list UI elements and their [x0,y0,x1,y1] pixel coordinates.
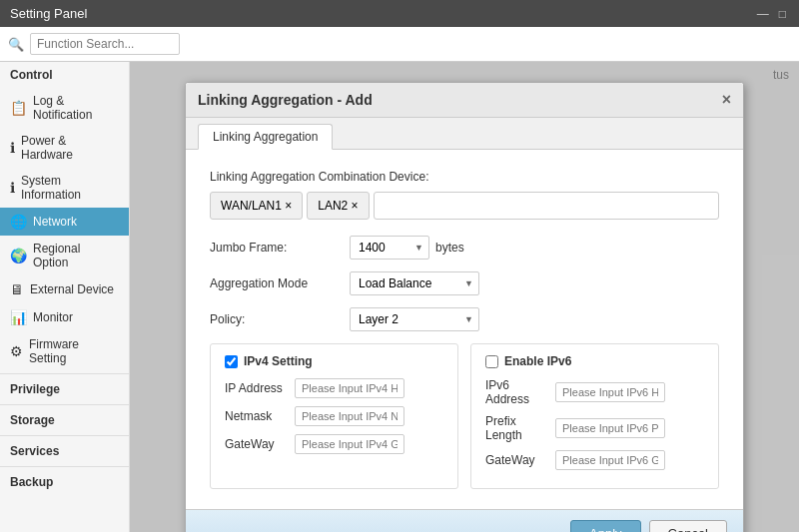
cancel-button[interactable]: Cancel [649,520,727,532]
sidebar-item-label: Firmware Setting [29,337,119,365]
ipv4-ip-input[interactable] [295,378,404,398]
system-info-icon: ℹ [10,180,15,196]
sidebar-item-monitor[interactable]: 📊 Monitor [0,303,129,331]
ipv4-netmask-input[interactable] [295,406,404,426]
tab-linking-aggregation[interactable]: Linking Aggregation [198,124,333,150]
jumbo-frame-select[interactable]: 1400 1500 2000 4000 9000 [350,236,429,260]
tab-label: Linking Aggregation [213,130,318,144]
sidebar-item-label: Regional Option [33,242,119,269]
modal-footer: Apply Cancel [186,509,743,532]
search-bar: 🔍 [0,27,799,62]
modal-body: Linking Aggregation Combination Device: … [186,150,743,509]
jumbo-frame-select-wrapper: 1400 1500 2000 4000 9000 [350,236,429,260]
sidebar-section-services: Services [0,438,129,464]
aggregation-mode-select-wrapper: Load Balance Active Backup 802.3ad [350,271,479,295]
external-device-icon: 🖥 [10,281,24,297]
sidebar-item-label: System Information [21,174,119,202]
sidebar-item-firmware-setting[interactable]: ⚙ Firmware Setting [0,331,129,371]
ipv6-ip-label: IPv6 Address [485,378,555,406]
ipv4-panel-header: IPv4 Setting [225,354,443,368]
maximize-button[interactable]: □ [776,7,789,21]
regional-icon: 🌍 [10,248,27,264]
ipv6-ip-input[interactable] [555,382,665,402]
modal-titlebar: Linking Aggregation - Add × [186,83,743,118]
policy-row: Policy: Layer 2 Layer 3 Layer 4 [210,307,719,331]
policy-control: Layer 2 Layer 3 Layer 4 [350,307,479,331]
ipv6-header-label: Enable IPv6 [504,354,571,368]
ipv6-prefix-row: Prefix Length [485,414,704,442]
modal-dialog: Linking Aggregation - Add × Linking Aggr… [185,82,744,532]
jumbo-frame-row: Jumbo Frame: 1400 1500 2000 4000 9000 [210,236,719,260]
ipv4-header-label: IPv4 Setting [244,354,313,368]
monitor-icon: 📊 [10,309,27,325]
sidebar-item-external-device[interactable]: 🖥 External Device [0,275,129,303]
ipv6-gateway-label: GateWay [485,453,555,467]
sidebar-item-system-information[interactable]: ℹ System Information [0,168,129,208]
ipv4-ip-label: IP Address [225,381,295,395]
aggregation-mode-control: Load Balance Active Backup 802.3ad [350,271,479,295]
ipv6-panel: Enable IPv6 IPv6 Address Prefix Length [470,343,719,489]
search-icon: 🔍 [8,37,24,52]
title-bar-title: Setting Panel [10,6,87,21]
sidebar-section-privilege: Privilege [0,376,129,402]
sidebar-section-control: Control [0,62,129,88]
ipv6-gateway-row: GateWay [485,450,704,470]
jumbo-frame-control: 1400 1500 2000 4000 9000 bytes [350,236,464,260]
ipv6-ip-row: IPv6 Address [485,378,704,406]
ipv4-netmask-label: Netmask [225,409,295,423]
ipv6-checkbox[interactable] [485,355,498,368]
ipv6-gateway-input[interactable] [555,450,665,470]
jumbo-frame-unit: bytes [435,241,464,255]
sidebar-item-regional-option[interactable]: 🌍 Regional Option [0,236,129,275]
firmware-icon: ⚙ [10,343,23,359]
ipv6-panel-header: Enable IPv6 [485,354,704,368]
apply-button[interactable]: Apply [570,520,641,532]
modal-overlay: Linking Aggregation - Add × Linking Aggr… [130,62,799,532]
sidebar-item-label: External Device [30,282,114,296]
ipv4-gateway-input[interactable] [295,434,404,454]
sidebar-item-network[interactable]: 🌐 Network [0,208,129,236]
combo-tag-lan2[interactable]: LAN2 × [307,192,369,220]
separator [0,435,129,436]
policy-label: Policy: [210,312,350,326]
jumbo-frame-label: Jumbo Frame: [210,241,350,255]
sidebar-item-log-notification[interactable]: 📋 Log & Notification [0,88,129,128]
ipv4-netmask-row: Netmask [225,406,443,426]
aggregation-mode-select[interactable]: Load Balance Active Backup 802.3ad [350,271,479,295]
modal-close-button[interactable]: × [722,91,731,109]
separator [0,466,129,467]
ipv6-prefix-label: Prefix Length [485,414,555,442]
separator [0,404,129,405]
ip-panels: IPv4 Setting IP Address Netmask [210,343,719,489]
sidebar-item-label: Log & Notification [33,94,119,122]
combo-tag-empty[interactable] [374,192,719,220]
title-bar: Setting Panel — □ [0,0,799,27]
aggregation-mode-label: Aggregation Mode [210,276,350,290]
ipv4-gateway-row: GateWay [225,434,443,454]
main-content: Control 📋 Log & Notification ℹ Power & H… [0,62,799,532]
sidebar-item-label: Power & Hardware [21,134,119,162]
modal-title: Linking Aggregation - Add [198,92,373,108]
power-hardware-icon: ℹ [10,140,15,156]
network-icon: 🌐 [10,214,27,230]
ipv4-ip-row: IP Address [225,378,443,398]
sidebar: Control 📋 Log & Notification ℹ Power & H… [0,62,130,532]
policy-select[interactable]: Layer 2 Layer 3 Layer 4 [350,307,479,331]
combo-tag-label: LAN2 × [318,199,358,213]
sidebar-item-label: Monitor [33,310,73,324]
combo-device-label: Linking Aggregation Combination Device: [210,170,719,184]
sidebar-section-storage: Storage [0,407,129,433]
ipv4-panel: IPv4 Setting IP Address Netmask [210,343,458,489]
log-notification-icon: 📋 [10,100,27,116]
ipv4-checkbox[interactable] [225,355,238,368]
ipv4-gateway-label: GateWay [225,437,295,451]
minimize-button[interactable]: — [754,7,772,21]
combo-tag-wan-lan1[interactable]: WAN/LAN1 × [210,192,303,220]
combo-tag-label: WAN/LAN1 × [221,199,292,213]
search-input[interactable] [30,33,180,55]
sidebar-item-power-hardware[interactable]: ℹ Power & Hardware [0,128,129,168]
separator [0,373,129,374]
modal-tabs: Linking Aggregation [186,118,743,150]
content-area: tus Linking Aggregation - Add × Linking … [130,62,799,532]
ipv6-prefix-input[interactable] [555,418,665,438]
